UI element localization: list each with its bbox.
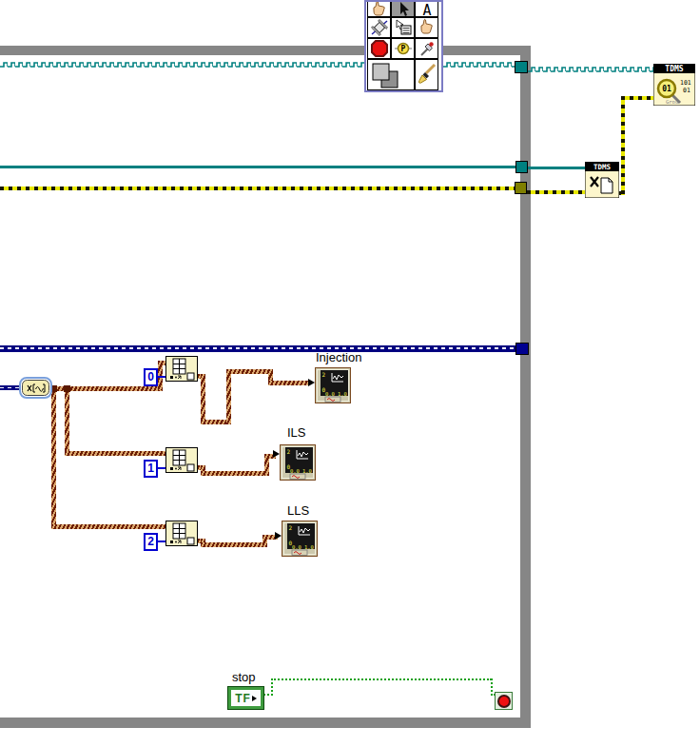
tool-scroll-window[interactable] [415,17,438,38]
tool-set-color[interactable] [367,59,415,90]
tool-object-shortcut-menu[interactable] [391,17,415,38]
svg-text:TDMS: TDMS [665,65,683,73]
error-wire-segment[interactable] [621,96,654,100]
operate-value-icon [370,0,389,19]
boolean-wire-segment[interactable] [271,678,273,696]
eyedropper-icon [418,39,437,58]
stop-label: stop [232,670,256,684]
tdms-close-node[interactable]: TDMS [585,162,619,198]
wire-dash-pattern [0,387,19,388]
refnum-wire-segment[interactable] [528,167,585,169]
tdms-viewer-node[interactable]: TDMS 101 01 Grou 01 [653,64,695,106]
svg-text:A: A [422,2,431,19]
error-wire-segment[interactable] [621,96,625,195]
error-wire-segment[interactable] [527,190,585,194]
tool-get-color[interactable] [415,38,438,59]
svg-text:TDMS: TDMS [593,163,612,171]
scroll-window-icon [418,18,437,37]
tdms-refnum-wire-segment[interactable] [528,66,653,73]
waveform-graph-icon [315,367,351,403]
probe-icon: P [394,39,413,58]
graph-label: ILS [287,425,306,440]
while-loop-bottom-border[interactable] [0,718,531,728]
waveform-wire-segment[interactable] [51,524,166,529]
svg-text:01: 01 [662,85,671,93]
waveform-wire-segment[interactable] [65,451,166,456]
index-array-icon [166,357,197,381]
connect-wire-icon [370,18,389,37]
svg-text:P: P [400,45,405,53]
loop-tunnel-refnum[interactable] [515,161,528,173]
dynamic-data-wire[interactable] [0,345,515,352]
index-wire-stub [158,541,165,542]
terminal-output-arrow [252,696,257,701]
index-array-node[interactable] [165,356,198,382]
paintbrush-icon [416,61,438,88]
tool-connect-wire[interactable] [367,17,391,38]
stop-boolean-terminal[interactable]: TF [228,687,263,709]
loop-tunnel-error[interactable] [515,182,527,194]
edit-text-icon: A [418,0,437,19]
waveform-graph-terminal-injection[interactable] [315,367,351,403]
tool-paint[interactable] [415,59,438,90]
position-select-icon [394,0,413,19]
index-constant[interactable]: 2 [144,533,158,551]
tools-palette[interactable]: A [364,0,443,92]
waveform-graph-terminal-ils[interactable] [280,444,316,481]
waveform-graph-icon [280,444,316,481]
terminal-input-arrow [273,450,280,458]
breakpoint-icon [370,39,389,58]
waveform-wire-segment[interactable] [201,542,267,547]
refnum-wire-segment[interactable] [0,166,515,168]
stop-sign-icon [497,695,511,708]
svg-text:01: 01 [683,87,690,94]
tool-operate-value[interactable] [367,0,391,17]
tool-probe-data[interactable]: P [391,38,415,59]
tool-position-select[interactable] [391,0,415,17]
loop-tunnel-dynamic-data[interactable] [515,343,529,355]
tool-set-breakpoint[interactable] [367,38,391,59]
while-loop-right-border[interactable] [520,46,531,728]
waveform-wire-segment[interactable] [65,386,69,455]
waveform-graph-terminal-lls[interactable] [282,521,318,557]
tdms-viewer-icon: TDMS 101 01 Grou 01 [653,64,695,106]
index-array-node[interactable] [165,521,198,546]
wire-junction [64,385,70,392]
loop-tunnel-refnum[interactable] [515,61,528,73]
index-wire-stub [158,467,165,469]
index-wire-stub [158,376,165,378]
waveform-graph-icon [282,521,318,557]
waveform-wire-segment[interactable] [51,386,56,528]
waveform-wire-segment[interactable] [226,369,273,374]
boolean-wire-segment[interactable] [271,678,492,680]
wire-dash-pattern [0,347,515,349]
object-shortcut-menu-icon [394,18,413,37]
boolean-terminal-text: TF [235,692,251,705]
waveform-wire-segment[interactable] [268,381,310,385]
graph-label: LLS [287,503,309,518]
index-array-icon [166,521,197,545]
terminal-input-arrow [275,532,282,540]
set-color-icon [369,61,413,88]
error-wire-segment[interactable] [0,187,515,190]
index-constant[interactable]: 0 [144,368,158,386]
convert-from-dynamic-data-icon [19,377,52,399]
tdms-refnum-wire-segment[interactable] [443,61,515,69]
graph-label: Injection [316,350,361,364]
block-diagram-canvas[interactable]: 2 0 0.0 1.0 [0,0,700,747]
index-array-node[interactable] [165,447,198,473]
index-constant[interactable]: 1 [144,460,158,478]
while-loop-top-border[interactable] [0,46,531,55]
tdms-close-icon: TDMS [585,162,619,198]
convert-from-dynamic-data-node[interactable] [19,377,52,399]
waveform-wire-segment[interactable] [201,374,205,424]
waveform-wire-segment[interactable] [226,369,231,424]
loop-condition-terminal[interactable] [495,692,513,710]
waveform-wire-segment[interactable] [201,471,269,476]
index-array-icon [166,448,197,472]
tdms-refnum-wire-segment[interactable] [0,61,364,69]
svg-text:101: 101 [680,79,691,87]
dynamic-data-wire[interactable] [0,385,19,390]
terminal-input-arrow [308,379,315,386]
tool-edit-text[interactable]: A [415,0,438,17]
